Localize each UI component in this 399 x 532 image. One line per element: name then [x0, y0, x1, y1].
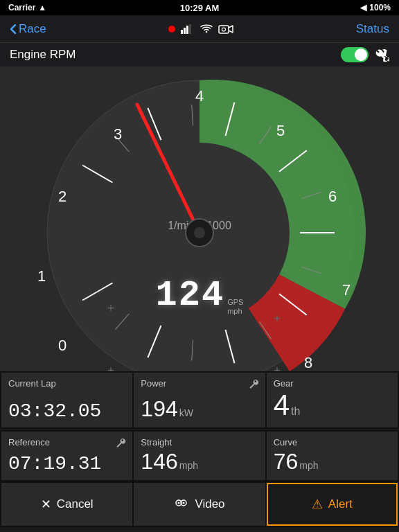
svg-text:4: 4	[195, 87, 204, 105]
recording-dot-icon	[168, 26, 175, 33]
back-button[interactable]: Race	[10, 22, 46, 36]
current-lap-cell: Current Lap 03:32.05	[1, 373, 132, 427]
svg-rect-0	[181, 30, 183, 34]
svg-text:+: +	[274, 364, 281, 371]
power-value: 194 kW	[141, 396, 258, 422]
data-grid-row2: Reference 07:19.31 Straight 146 mph Curv…	[0, 430, 399, 481]
svg-point-36	[194, 227, 205, 238]
svg-text:+: +	[274, 312, 281, 326]
straight-value: 146 mph	[141, 449, 258, 475]
status-button[interactable]: Status	[356, 22, 389, 36]
alert-label: Alert	[328, 497, 353, 511]
reference-label: Reference	[8, 437, 125, 447]
bottom-bar: ✕ Cancel Video ⚠ Alert	[0, 481, 399, 527]
cancel-button[interactable]: ✕ Cancel	[1, 483, 132, 526]
speed-display: 124 GPS mph	[156, 275, 244, 316]
wifi-icon	[200, 24, 213, 34]
cancel-icon: ✕	[41, 497, 51, 512]
battery-label: 100%	[369, 3, 391, 12]
status-left: Carrier ▲	[8, 3, 46, 12]
rpm-controls	[341, 47, 389, 62]
cancel-label: Cancel	[57, 497, 94, 511]
curve-value: 76 mph	[274, 449, 391, 475]
curve-label: Curve	[274, 437, 391, 447]
straight-label: Straight	[141, 437, 258, 447]
current-lap-label: Current Lap	[8, 378, 125, 389]
location-icon: ◀	[360, 3, 366, 12]
video-icon	[174, 497, 189, 512]
alert-button[interactable]: ⚠ Alert	[267, 483, 398, 526]
status-right: ◀ 100%	[360, 3, 391, 12]
speed-unit1: GPS	[227, 298, 243, 307]
settings-wrench-icon[interactable]	[375, 48, 389, 62]
svg-rect-1	[184, 28, 186, 34]
svg-text:1: 1	[37, 267, 46, 285]
gauge-container: 0	[0, 66, 399, 371]
straight-cell: Straight 146 mph	[134, 432, 265, 480]
curve-cell: Curve 76 mph	[267, 432, 398, 480]
status-bar: Carrier ▲ 10:29 AM ◀ 100%	[0, 0, 399, 15]
svg-point-44	[183, 502, 185, 504]
gauge-svg: 0	[0, 66, 399, 371]
svg-text:6: 6	[328, 188, 337, 205]
power-cell: Power 194 kW	[134, 373, 265, 427]
gear-label: Gear	[274, 378, 391, 389]
svg-text:+: +	[107, 364, 115, 371]
reference-wrench-icon	[116, 438, 125, 447]
gear-value: 4 th	[274, 389, 391, 422]
gear-cell: Gear 4 th	[267, 373, 398, 427]
current-lap-value: 03:32.05	[8, 400, 125, 422]
reference-value: 07:19.31	[8, 453, 125, 475]
svg-text:5: 5	[276, 122, 285, 139]
svg-text:+: +	[107, 301, 115, 315]
back-label: Race	[19, 22, 46, 36]
carrier-label: Carrier	[8, 3, 35, 12]
wifi-icon: ▲	[38, 3, 46, 12]
power-label: Power	[141, 378, 258, 389]
toggle-switch[interactable]	[341, 47, 369, 62]
speed-unit2: mph	[227, 307, 243, 316]
svg-text:0: 0	[58, 337, 66, 354]
svg-point-5	[222, 28, 226, 31]
signal-bars-icon	[181, 24, 195, 34]
svg-rect-4	[219, 26, 229, 33]
svg-point-42	[178, 502, 180, 504]
video-label: Video	[195, 497, 224, 511]
reference-cell: Reference 07:19.31	[1, 432, 132, 480]
power-wrench-icon	[249, 379, 258, 389]
nav-bar: Race Status	[0, 15, 399, 43]
svg-text:3: 3	[114, 125, 122, 143]
rpm-header: Engine RPM	[0, 43, 399, 66]
status-time: 10:29 AM	[180, 3, 220, 13]
data-grid-row1: Current Lap 03:32.05 Power 194 kW Gear 4…	[0, 371, 399, 429]
speed-value: 124	[156, 275, 225, 316]
svg-text:7: 7	[342, 281, 351, 299]
svg-text:8: 8	[304, 354, 312, 371]
back-chevron-icon	[10, 24, 17, 35]
svg-text:2: 2	[58, 188, 66, 205]
video-button[interactable]: Video	[134, 483, 265, 526]
camera-icon	[218, 24, 233, 35]
nav-center-icons	[168, 24, 233, 35]
svg-rect-2	[186, 26, 188, 34]
alert-icon: ⚠	[312, 497, 323, 512]
rpm-title: Engine RPM	[10, 48, 76, 62]
speed-unit-block: GPS mph	[227, 298, 243, 316]
svg-rect-3	[189, 24, 191, 34]
